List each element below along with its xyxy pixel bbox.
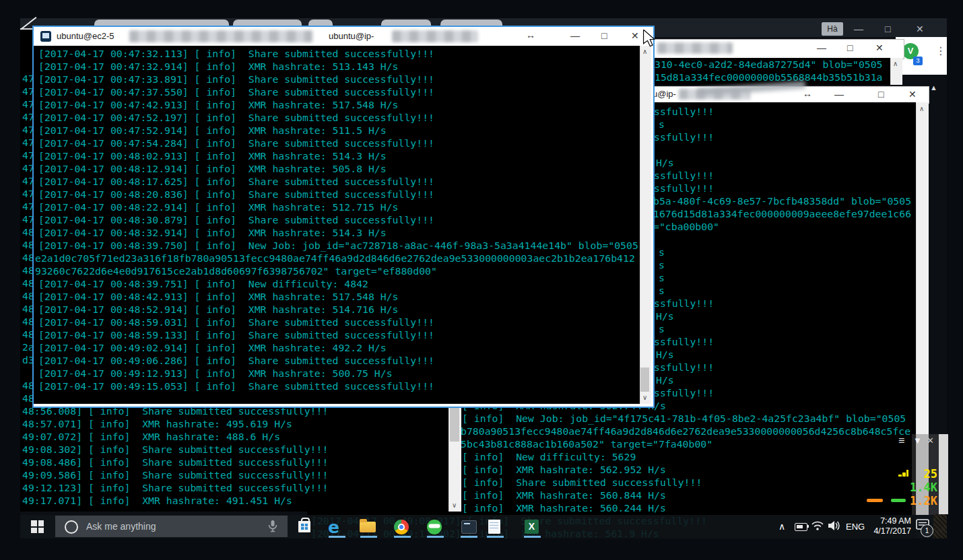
terminal-line: [2017-04-17 00:48:42.913] [ info] XMR ha… <box>38 291 399 302</box>
terminal-line: [2017-04-17 00:48:20.836] [ info] Share … <box>38 189 434 199</box>
taskbar-store-button[interactable] <box>296 518 314 536</box>
terminal-line: [ info] XMR hashrate: 562.952 H/s <box>462 464 666 475</box>
browser-restore-button[interactable]: □ <box>885 24 890 34</box>
widget-close-icon[interactable]: ✕ <box>927 435 934 446</box>
main-scroll-thumb[interactable] <box>640 368 649 392</box>
widget-dash-green <box>891 499 906 502</box>
main-scroll-up-icon[interactable]: ∧ <box>642 48 647 55</box>
terminal-line: [2017-04-17 00:48:22.914] [ info] XMR ha… <box>38 202 399 212</box>
edge-icon: e <box>328 518 339 537</box>
browser-minimize-button[interactable]: — <box>854 24 863 34</box>
store-icon <box>298 521 310 532</box>
terminal-line: 5bc43b81c888ac1b160a502" target="7fa40b0… <box>461 439 712 449</box>
clock-date: 4/17/2017 <box>871 526 911 536</box>
browser-scroll-up-icon[interactable]: ▲ <box>930 83 937 92</box>
folder-icon <box>360 522 376 532</box>
taskbar-messaging-button[interactable] <box>426 518 444 536</box>
volume-icon[interactable] <box>827 520 840 532</box>
terminal-line: ssfully!!! <box>654 337 714 347</box>
search-placeholder: Ask me anything <box>86 521 156 532</box>
clock-time: 7:49 AM <box>871 516 911 526</box>
windows-logo-icon[interactable] <box>31 520 44 533</box>
terminal-line: s <box>659 260 665 270</box>
terminal-line: [2017-04-17 00:48:02.913] [ info] XMR ha… <box>38 151 387 161</box>
terminal-main-title-host: ubuntu@ec2-5 <box>57 31 114 41</box>
search-input[interactable]: Ask me anything <box>55 516 288 537</box>
terminal-line: [2017-04-17 00:48:32.914] [ info] XMR ha… <box>38 228 387 238</box>
main-minimize-button[interactable]: — <box>570 30 580 41</box>
terminal-line: [ info] XMR hashrate: 560.844 H/s <box>462 490 666 500</box>
app-active-indicator <box>329 536 345 538</box>
terminal-line: [2017-04-17 00:48:52.914] [ info] XMR ha… <box>38 304 399 314</box>
widget-scrollbar[interactable] <box>939 434 948 514</box>
widget-dash-orange <box>867 499 883 502</box>
taskbar-notepad-button[interactable] <box>486 518 504 536</box>
widget-menu-icon[interactable]: ≡ <box>898 435 909 446</box>
terminal-line: 310-4ec0-a2d2-84eda87275d4" blob="0505 <box>655 59 883 69</box>
terminal-line: [ info] XMR hashrate: 560.244 H/s <box>462 503 666 513</box>
right-resize-icon[interactable]: ↔ <box>803 88 812 99</box>
terminal-line: b780a90513fecc9480ae74ff46a9d2d846d6e276… <box>461 426 910 436</box>
terminal-line: ssfully!!! <box>654 106 714 116</box>
terminal-line: s <box>659 324 665 334</box>
terminal-right-title: u@ip- <box>653 89 676 99</box>
terminal-line: [2017-04-17 00:49:12.913] [ info] XMR ha… <box>38 368 393 378</box>
browser-close-button[interactable]: ✕ <box>916 24 924 34</box>
terminal-line: [2017-04-17 00:47:33.891] [ info] Share … <box>38 74 434 84</box>
bottomleft-scroll-down-icon[interactable]: ∨ <box>452 501 457 509</box>
taskbar-chrome-button[interactable] <box>393 518 411 536</box>
rear-close-button[interactable]: ✕ <box>875 42 884 53</box>
right-scroll-up-icon[interactable]: ∧ <box>919 105 924 112</box>
main-close-button[interactable]: ✕ <box>631 30 639 41</box>
battery-icon[interactable] <box>795 523 807 531</box>
browser-menu-icon[interactable]: ⋮ <box>935 44 946 57</box>
widget-collapse-icon[interactable]: ▼ <box>913 435 922 446</box>
chrome-icon <box>394 520 409 534</box>
clock[interactable]: 7:49 AM 4/17/2017 <box>871 516 911 536</box>
main-maximize-button[interactable]: □ <box>601 30 607 41</box>
terminal-line: [2017-04-17 00:48:12.914] [ info] XMR ha… <box>38 164 387 174</box>
rear-minimize-button[interactable]: — <box>817 42 826 53</box>
widget-value-3: 1.2K <box>902 494 937 508</box>
wifi-icon[interactable] <box>811 520 824 531</box>
terminal-line: 49:17.071] [ info] XMR hashrate: 491.451… <box>22 495 292 505</box>
terminal-line: [2017-04-17 00:48:59.133] [ info] Share … <box>38 330 434 340</box>
browser-ha-button[interactable]: Hà <box>822 22 843 36</box>
taskbar-explorer-button[interactable] <box>360 518 378 536</box>
right-minimize-button[interactable]: — <box>834 89 844 100</box>
main-resize-icon[interactable]: ↔ <box>526 30 535 40</box>
terminal-line: ssfully!!! <box>654 362 714 372</box>
terminal-line: ssfully!!! <box>654 183 714 193</box>
main-scroll-down-icon[interactable]: ∨ <box>642 394 647 401</box>
taskbar-edge-button[interactable]: e <box>328 518 346 536</box>
taskbar-terminal-button[interactable] <box>460 518 478 536</box>
rear-maximize-button[interactable]: □ <box>847 42 853 53</box>
bottomleft-scroll-thumb[interactable] <box>450 407 459 442</box>
app-active-indicator <box>360 536 377 538</box>
terminal-line: 49:09.586] [ info] Share submitted succe… <box>22 470 328 480</box>
right-close-button[interactable]: ✕ <box>908 89 917 100</box>
terminal-line: 49:12.123] [ info] Share submitted succe… <box>22 483 328 493</box>
rear-scroll-up-icon[interactable]: ∧ <box>893 60 898 67</box>
right-maximize-button[interactable]: □ <box>878 89 884 100</box>
terminal-line: 93260c7622d6e4e0d917615ce2ab1d8d60697f63… <box>35 266 437 276</box>
main-scrollbar[interactable] <box>640 46 651 404</box>
terminal-line: 49:08.486] [ info] Share submitted succe… <box>22 457 328 467</box>
terminal-line: ="cba00b00" <box>653 221 719 232</box>
terminal-line: ssfully!!! <box>654 132 714 142</box>
terminal-line: H/s <box>656 375 674 385</box>
terminal-line: [ info] New Job: job_id="4f175c41-781b-4… <box>462 413 906 423</box>
language-indicator[interactable]: ENG <box>846 522 865 532</box>
hidden-icons-chevron[interactable]: ∧ <box>778 521 785 532</box>
terminal-line: 49:07.072] [ info] XMR hashrate: 488.6 H… <box>22 431 280 442</box>
terminal-line: s <box>659 119 665 129</box>
widget-value-2: 1.4K <box>902 481 937 494</box>
terminal-line: [ info] New difficulty: 5629 <box>462 452 636 462</box>
terminal-line: [ info] Share submitted successfully!!! <box>462 477 702 487</box>
microphone-icon[interactable] <box>268 520 277 532</box>
extension-badge: 3 <box>913 57 923 65</box>
terminal-app-icon-screen <box>42 33 49 38</box>
taskbar-excel-button[interactable]: X <box>523 518 541 536</box>
terminal-app-icon <box>40 31 51 42</box>
terminal-line: [2017-04-17 00:47:37.550] [ info] Share … <box>38 87 434 97</box>
